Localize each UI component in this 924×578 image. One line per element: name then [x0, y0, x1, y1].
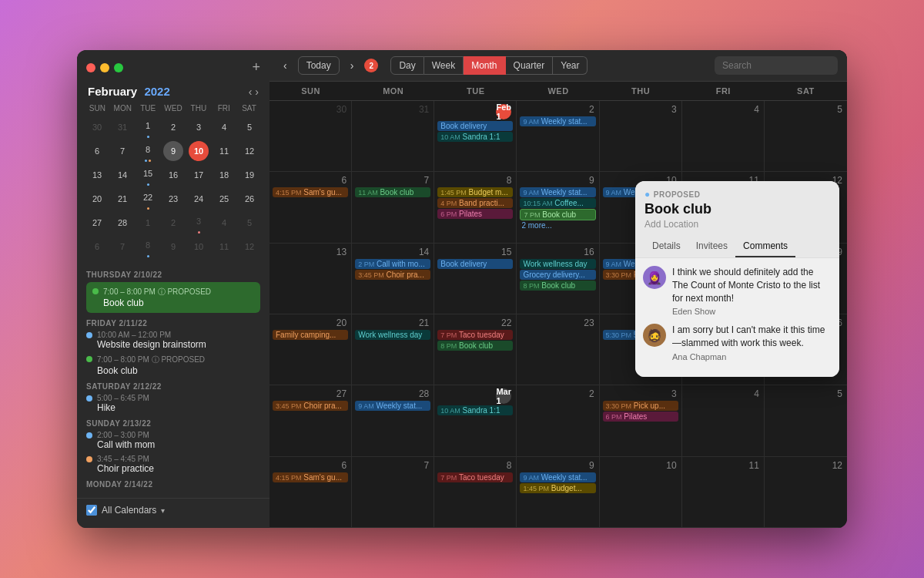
tab-month[interactable]: Month	[464, 56, 505, 75]
popup-location[interactable]: Add Location	[644, 219, 830, 230]
calendar-event[interactable]: 3:45 PM Choir pra...	[355, 270, 430, 280]
list-item[interactable]: 10:00 AM – 12:00 PMWebsite design brains…	[86, 331, 260, 350]
table-row[interactable]: Feb 1Book delivery10 AM Sandra 1:1	[434, 101, 517, 171]
table-row[interactable]: 273:45 PM Choir pra...	[270, 385, 352, 455]
mini-day[interactable]: 6	[87, 237, 107, 257]
table-row[interactable]: 5	[765, 101, 847, 171]
list-item[interactable]: 2:00 – 3:00 PMCall with mom	[86, 431, 260, 450]
table-row[interactable]: 711 AM Book club	[352, 172, 434, 242]
table-row[interactable]: 64:15 PM Sam's gu...	[270, 457, 352, 527]
list-item[interactable]: 7:00 – 8:00 PM ⓘ PROPOSEDBook club	[86, 355, 260, 376]
table-row[interactable]: 5	[765, 385, 847, 455]
calendar-event[interactable]: 7 PM Taco tuesday	[437, 472, 513, 482]
mini-day[interactable]: 31	[112, 117, 132, 137]
calendar-event[interactable]: 8 PM Book club	[520, 281, 595, 291]
table-row[interactable]: 87 PM Taco tuesday	[434, 457, 517, 527]
prev-month-button[interactable]: ‹	[249, 86, 253, 98]
table-row[interactable]: 99 AM Weekly stat...1:45 PM Budget...	[517, 457, 599, 527]
table-row[interactable]: 13	[270, 244, 352, 314]
table-row[interactable]: 23	[517, 314, 599, 385]
mini-day[interactable]: 10	[189, 141, 209, 161]
calendar-event[interactable]: Book delivery	[437, 121, 513, 131]
calendar-event[interactable]: 4:15 PM Sam's gu...	[273, 187, 348, 197]
mini-day[interactable]: 5	[239, 213, 259, 233]
calendar-event[interactable]: 4:15 PM Sam's gu...	[273, 472, 348, 482]
tab-week[interactable]: Week	[424, 56, 464, 75]
table-row[interactable]: 289 AM Weekly stat...	[352, 385, 434, 455]
calendar-event[interactable]: 1:45 PM Budget m...	[437, 187, 513, 197]
mini-day[interactable]: 4	[214, 117, 234, 137]
mini-day[interactable]: 16	[163, 165, 183, 185]
calendar-event[interactable]: Work wellness day	[355, 330, 430, 340]
mini-day[interactable]: 7	[112, 237, 132, 257]
calendar-event[interactable]: 1:45 PM Budget...	[520, 483, 595, 493]
table-row[interactable]: Mar 110 AM Sandra 1:1	[434, 385, 517, 455]
mini-day[interactable]: 1	[138, 213, 158, 233]
mini-day[interactable]: 20	[87, 189, 107, 209]
table-row[interactable]: 64:15 PM Sam's gu...	[270, 172, 352, 242]
table-row[interactable]: 16Work wellness dayGrocery delivery...8 …	[517, 244, 599, 314]
calendar-event[interactable]: Book delivery	[437, 259, 513, 269]
table-row[interactable]: 99 AM Weekly stat...10:15 AM Coffee...7 …	[517, 172, 599, 242]
calendar-event[interactable]: 10 AM Sandra 1:1	[437, 132, 513, 142]
mini-day[interactable]: 25	[214, 189, 234, 209]
calendar-event[interactable]: Grocery delivery...	[520, 270, 595, 280]
today-button[interactable]: Today	[298, 56, 340, 75]
mini-day[interactable]: 3	[189, 211, 209, 231]
calendar-event[interactable]: 3:30 PM Pick up...	[603, 401, 678, 411]
table-row[interactable]: 11	[682, 457, 765, 527]
calendar-event[interactable]: 9 AM Weekly stat...	[355, 401, 430, 411]
calendar-event[interactable]: 3:45 PM Choir pra...	[273, 401, 348, 411]
mini-day[interactable]: 27	[87, 213, 107, 233]
mini-day[interactable]: 23	[163, 189, 183, 209]
calendar-event[interactable]: 10 AM Sandra 1:1	[437, 405, 513, 415]
notifications-badge[interactable]: 2	[364, 59, 378, 72]
calendar-event[interactable]: 6 PM Pilates	[437, 209, 513, 219]
mini-day[interactable]: 26	[239, 189, 259, 209]
mini-day[interactable]: 11	[214, 237, 234, 257]
tab-quarter[interactable]: Quarter	[506, 56, 554, 75]
mini-day[interactable]: 2	[163, 117, 183, 137]
calendar-event[interactable]: 9 AM Weekly stat...	[520, 472, 595, 482]
mini-day[interactable]: 30	[87, 117, 107, 137]
mini-day[interactable]: 22	[138, 187, 158, 207]
table-row[interactable]: 3	[600, 101, 682, 171]
mini-day[interactable]: 10	[189, 237, 209, 257]
mini-day[interactable]: 2	[163, 213, 183, 233]
table-row[interactable]: 30	[270, 101, 352, 171]
mini-day[interactable]: 9	[163, 237, 183, 257]
add-event-button[interactable]: +	[252, 59, 260, 76]
popup-tab-details[interactable]: Details	[644, 236, 688, 257]
calendar-event[interactable]: 11 AM Book club	[355, 187, 430, 197]
mini-day[interactable]: 28	[112, 213, 132, 233]
mini-day[interactable]: 9	[163, 141, 183, 161]
all-calendars-dropdown-arrow[interactable]: ▾	[161, 506, 165, 515]
table-row[interactable]: 29 AM Weekly stat...	[517, 101, 599, 171]
calendar-event[interactable]: Work wellness day	[520, 259, 595, 269]
maximize-button[interactable]	[114, 63, 123, 72]
mini-day[interactable]: 1	[138, 116, 158, 136]
calendar-event[interactable]: 9 AM Weekly stat...	[520, 116, 595, 126]
more-events-link[interactable]: 2 more...	[520, 221, 595, 230]
table-row[interactable]: 4	[682, 101, 765, 171]
mini-day[interactable]: 24	[189, 189, 209, 209]
mini-day[interactable]: 8	[138, 235, 158, 255]
prev-button[interactable]: ‹	[279, 56, 292, 75]
mini-day[interactable]: 15	[138, 163, 158, 183]
popup-tab-invitees[interactable]: Invitees	[688, 236, 735, 257]
mini-day[interactable]: 3	[189, 117, 209, 137]
calendar-event[interactable]: 2 PM Call with mo...	[355, 259, 430, 269]
list-item[interactable]: 5:00 – 6:45 PMHike	[86, 394, 260, 413]
mini-day[interactable]: 4	[214, 213, 234, 233]
search-input[interactable]	[715, 56, 838, 75]
table-row[interactable]: 21Work wellness day	[352, 314, 434, 385]
table-row[interactable]: 7	[352, 457, 434, 527]
table-row[interactable]: 12	[765, 457, 847, 527]
table-row[interactable]: 142 PM Call with mo...3:45 PM Choir pra.…	[352, 244, 434, 314]
all-calendars-checkbox[interactable]	[86, 505, 97, 516]
mini-day[interactable]: 5	[239, 117, 259, 137]
calendar-event[interactable]: 9 AM Weekly stat...	[520, 187, 595, 197]
calendar-event[interactable]: 8 PM Book club	[437, 341, 513, 351]
mini-day[interactable]: 17	[189, 165, 209, 185]
table-row[interactable]: 15Book delivery	[434, 244, 517, 314]
